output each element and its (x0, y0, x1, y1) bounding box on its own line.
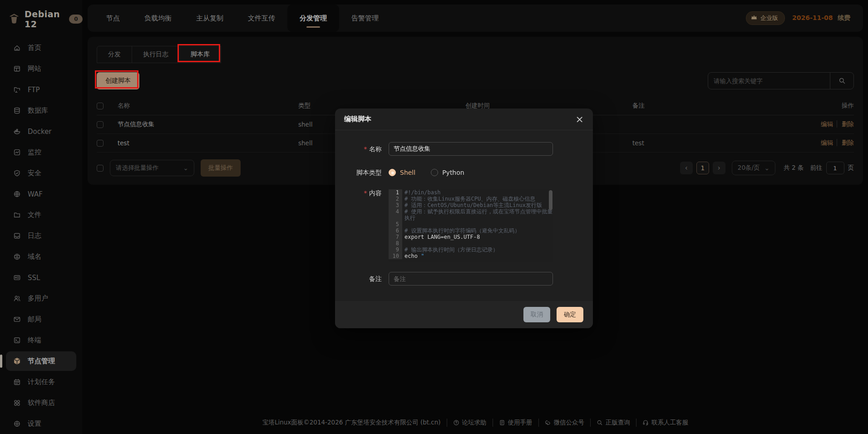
cancel-button[interactable]: 取消 (523, 307, 550, 322)
type-field-row: 脚本类型 Shell Python (335, 166, 593, 179)
radio-selected-icon (389, 169, 396, 176)
remark-input[interactable] (389, 272, 553, 286)
modal-title: 编辑脚本 (344, 115, 371, 123)
radio-shell[interactable]: Shell (389, 169, 415, 176)
content-field-row: 内容 1#!/bin/bash 2# 功能：收集Linux服务器CPU、内存、磁… (335, 189, 593, 262)
editor-scrollbar[interactable] (549, 190, 552, 210)
close-icon[interactable]: × (576, 114, 584, 124)
name-field-row: 名称 (335, 142, 593, 156)
radio-python[interactable]: Python (431, 169, 464, 176)
modal-footer: 取消 确定 (335, 301, 593, 328)
modal-header: 编辑脚本 × (335, 108, 593, 130)
remark-field-row: 备注 (335, 272, 593, 286)
code-editor[interactable]: 1#!/bin/bash 2# 功能：收集Linux服务器CPU、内存、磁盘核心… (389, 189, 553, 262)
script-name-input[interactable] (389, 142, 553, 156)
modal-body: 名称 脚本类型 Shell Python 内容 1#!/bin/bash 2# … (335, 130, 593, 297)
confirm-button[interactable]: 确定 (557, 307, 583, 322)
radio-unselected-icon (431, 169, 438, 176)
edit-script-modal: 编辑脚本 × 名称 脚本类型 Shell Python 内容 1#!/bin/b… (335, 108, 593, 328)
